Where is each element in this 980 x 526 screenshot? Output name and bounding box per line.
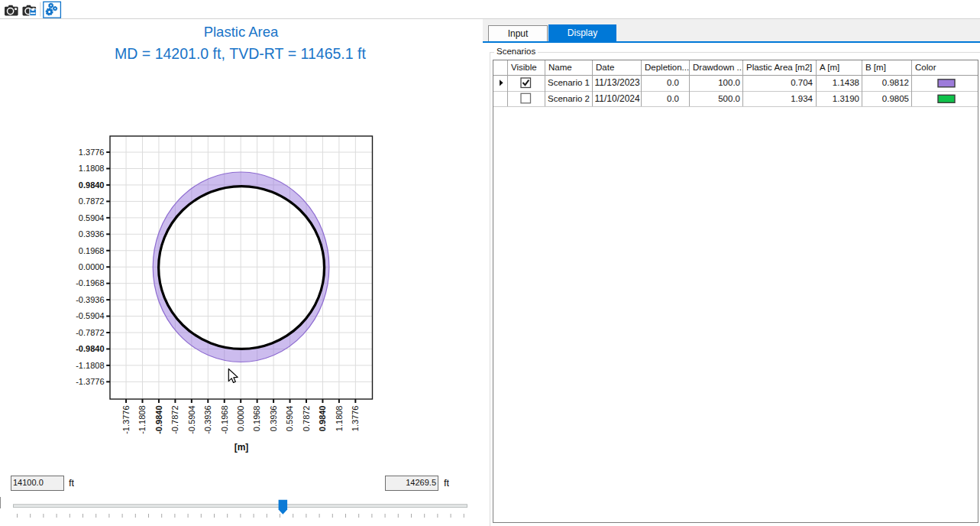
svg-text:-0.3936: -0.3936 [203, 406, 212, 434]
svg-text:0.9840: 0.9840 [318, 406, 327, 432]
svg-text:0.3936: 0.3936 [79, 229, 105, 239]
svg-text:0.9840: 0.9840 [79, 180, 105, 190]
svg-text:-0.7872: -0.7872 [76, 328, 104, 337]
svg-text:0.1968: 0.1968 [79, 246, 105, 255]
svg-text:-0.7872: -0.7872 [170, 406, 180, 434]
svg-text:-0.1968: -0.1968 [220, 406, 229, 434]
svg-text:-0.5904: -0.5904 [187, 406, 196, 434]
svg-text:0.0000: 0.0000 [236, 406, 245, 432]
svg-text:-1.1808: -1.1808 [76, 361, 104, 370]
svg-text:0.0000: 0.0000 [79, 262, 105, 271]
svg-text:-1.1808: -1.1808 [137, 406, 147, 434]
svg-text:[m]: [m] [234, 442, 249, 453]
svg-text:-1.3776: -1.3776 [76, 377, 104, 386]
svg-text:-1.3776: -1.3776 [121, 406, 131, 434]
svg-text:1.1808: 1.1808 [335, 406, 344, 432]
svg-text:-0.1968: -0.1968 [76, 278, 104, 287]
svg-text:0.5904: 0.5904 [79, 213, 105, 222]
svg-text:-0.5904: -0.5904 [76, 311, 104, 320]
svg-text:1.3776: 1.3776 [351, 406, 360, 432]
svg-text:-0.9840: -0.9840 [76, 344, 104, 353]
svg-text:0.7872: 0.7872 [302, 406, 311, 432]
svg-text:0.5904: 0.5904 [285, 406, 294, 432]
svg-text:-0.9840: -0.9840 [154, 406, 163, 434]
svg-text:-0.3936: -0.3936 [76, 295, 104, 304]
svg-text:1.1808: 1.1808 [79, 164, 105, 173]
svg-text:1.3776: 1.3776 [79, 148, 105, 157]
svg-text:0.7872: 0.7872 [79, 196, 105, 206]
svg-text:0.3936: 0.3936 [269, 406, 278, 432]
svg-text:0.1968: 0.1968 [252, 406, 261, 432]
